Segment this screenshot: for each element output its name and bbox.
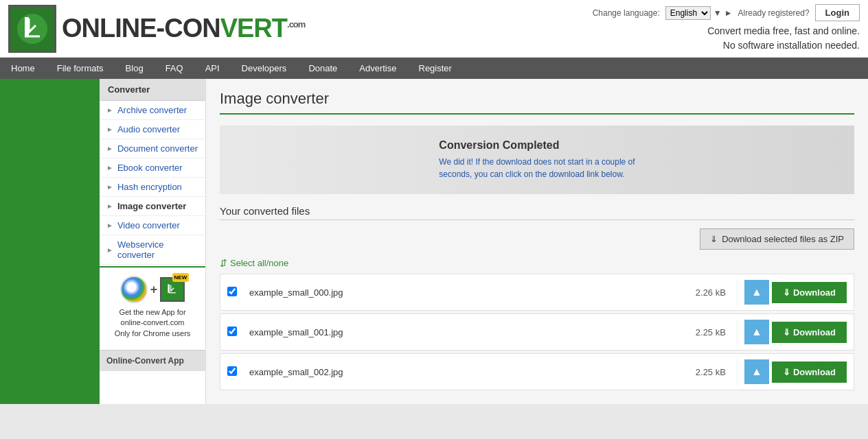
lang-arrow: ▼: [713, 8, 722, 18]
file-name-1: example_small_001.jpg: [244, 319, 683, 346]
language-select[interactable]: English: [665, 6, 711, 20]
cloud-icon: ▲: [751, 326, 762, 338]
your-files-label: Your converted files: [220, 205, 854, 217]
sidebar: Converter ► Archive converter ► Audio co…: [100, 79, 206, 404]
download-icon: ⇓: [783, 367, 790, 377]
sidebar-item-audio[interactable]: ► Audio converter: [100, 120, 205, 139]
arrow-icon: ►: [106, 183, 113, 191]
download-icon: ⇓: [783, 327, 790, 337]
nav-advertise[interactable]: Advertise: [348, 58, 407, 79]
logo-image: [8, 5, 56, 53]
sidebar-item-hash[interactable]: ► Hash encryption: [100, 178, 205, 197]
sidebar-converter-label: Converter: [100, 79, 205, 101]
cloud-icon: ▲: [751, 286, 762, 298]
nav-bar: Home File formats Blog FAQ API Developer…: [0, 58, 868, 79]
zip-download-button[interactable]: ⇓ Download selected files as ZIP: [700, 228, 854, 250]
file-actions-0: ▲ ⇓ Download: [738, 274, 854, 310]
nav-register[interactable]: Register: [408, 58, 463, 79]
arrow-icon: ►: [106, 106, 113, 114]
login-button[interactable]: Login: [815, 4, 860, 21]
table-row: example_small_002.jpg 2.25 kB ▲ ⇓ Downlo…: [220, 353, 854, 390]
download-button-0[interactable]: ⇓ Download: [772, 282, 847, 303]
arrow-icon: ►: [106, 164, 113, 171]
sidebar-item-image[interactable]: ► Image converter: [100, 197, 205, 216]
arrow-icon: ►: [106, 246, 113, 254]
cloud-icon: ▲: [751, 366, 762, 378]
file-actions-1: ▲ ⇓ Download: [738, 314, 854, 350]
download-button-2[interactable]: ⇓ Download: [772, 361, 847, 383]
chrome-promo: + NEW Get the new App for online-convert…: [100, 266, 205, 347]
file-name-2: example_small_002.jpg: [244, 359, 683, 385]
file-size-2: 2.25 kB: [683, 359, 738, 385]
sidebar-item-document[interactable]: ► Document converter: [100, 139, 205, 158]
file-checkbox-0[interactable]: [227, 287, 237, 296]
file-checkbox-2[interactable]: [227, 366, 237, 376]
arrow-icon: ►: [106, 202, 113, 210]
tagline: Convert media free, fast and online. No …: [593, 24, 860, 53]
sidebar-item-ebook[interactable]: ► Ebook converter: [100, 158, 205, 178]
promo-text: Get the new App for online-convert.com O…: [108, 307, 197, 339]
table-row: example_small_000.jpg 2.26 kB ▲ ⇓ Downlo…: [220, 274, 854, 311]
select-all-icon: ⇵: [220, 258, 227, 268]
file-name-0: example_small_000.jpg: [244, 279, 683, 306]
app-icon: NEW: [160, 277, 185, 302]
arrow-icon: ►: [106, 145, 113, 152]
svg-rect-2: [168, 285, 170, 293]
page-title: Image converter: [220, 90, 854, 108]
title-divider: [220, 113, 854, 115]
file-size-0: 2.26 kB: [683, 279, 738, 306]
nav-donate[interactable]: Donate: [297, 58, 348, 79]
arrow-icon: ►: [106, 222, 113, 229]
new-badge: NEW: [172, 273, 190, 282]
arrow-icon: ►: [106, 126, 113, 133]
oc-app-section: Online-Convert App: [100, 350, 205, 371]
cloud-upload-button-2[interactable]: ▲: [744, 359, 769, 384]
select-all-link[interactable]: ⇵ Select all/none: [220, 258, 854, 268]
already-registered-text: Already registered?: [738, 8, 810, 18]
content-area: Image converter Conversion Completed We …: [206, 79, 868, 404]
tagline-line1: Convert media free, fast and online.: [707, 25, 860, 36]
nav-api[interactable]: API: [194, 58, 231, 79]
cloud-upload-button-0[interactable]: ▲: [744, 280, 769, 305]
file-actions-2: ▲ ⇓ Download: [738, 354, 854, 390]
sidebar-item-archive[interactable]: ► Archive converter: [100, 101, 205, 120]
sidebar-item-webservice[interactable]: ► Webservice converter: [100, 235, 205, 265]
nav-faq[interactable]: FAQ: [155, 58, 194, 79]
nav-fileformats[interactable]: File formats: [46, 58, 115, 79]
download-icon: ⇓: [783, 287, 790, 298]
download-zip-icon: ⇓: [710, 234, 718, 244]
svg-rect-1: [25, 17, 29, 36]
conversion-description: We did it! If the download does not star…: [439, 156, 635, 180]
select-all-row: ⇵ Select all/none: [220, 258, 854, 268]
logo-text: ONLINE-CONVERT.com: [62, 14, 305, 43]
tagline-line2: No software installation needed.: [723, 40, 860, 51]
file-size-1: 2.25 kB: [683, 319, 738, 346]
nav-blog[interactable]: Blog: [115, 58, 155, 79]
download-button-1[interactable]: ⇓ Download: [772, 322, 847, 343]
table-row: example_small_001.jpg 2.25 kB ▲ ⇓ Downlo…: [220, 313, 854, 351]
logo-area: ONLINE-CONVERT.com: [8, 5, 305, 53]
lang-forward: ►: [724, 8, 733, 18]
conversion-title: Conversion Completed: [439, 139, 635, 152]
sidebar-item-video[interactable]: ► Video converter: [100, 216, 205, 235]
nav-developers[interactable]: Developers: [231, 58, 298, 79]
lang-label: Change language:: [593, 8, 660, 18]
chrome-icon: [120, 276, 148, 303]
conversion-banner: Conversion Completed We did it! If the d…: [220, 126, 854, 194]
file-checkbox-1[interactable]: [227, 327, 237, 336]
plus-icon: +: [150, 283, 158, 297]
zip-download-row: ⇓ Download selected files as ZIP: [220, 228, 854, 250]
top-right: Change language: English ▼ ► Already reg…: [593, 4, 860, 53]
cloud-upload-button-1[interactable]: ▲: [744, 320, 769, 344]
files-divider: [220, 220, 854, 220]
nav-home[interactable]: Home: [0, 58, 46, 79]
